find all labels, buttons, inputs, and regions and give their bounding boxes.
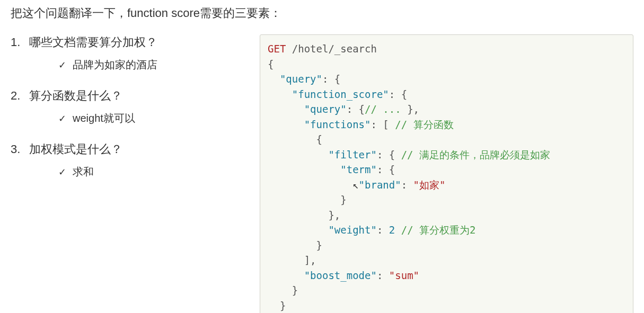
- list-item: 1. 哪些文档需要算分加权？ ✓ 品牌为如家的酒店: [11, 34, 244, 72]
- indent: [268, 164, 340, 175]
- sub-text: weight就可以: [73, 111, 135, 126]
- url-path: /hotel/_search: [286, 43, 377, 55]
- json-key: "boost_mode": [304, 270, 377, 281]
- list-text: 算分函数是什么？: [23, 89, 122, 102]
- bracket: ],: [268, 254, 316, 266]
- brace: }: [268, 284, 298, 296]
- punct: :: [377, 224, 389, 236]
- punct: :: [377, 270, 389, 281]
- indent: [268, 103, 304, 115]
- indent: [268, 149, 328, 160]
- punct: : {: [322, 73, 340, 85]
- brace: }: [268, 300, 286, 311]
- sub-text: 求和: [73, 165, 94, 179]
- json-key: "functions": [304, 119, 371, 130]
- punct: : {: [377, 149, 401, 160]
- sub-item: ✓ 品牌为如家的酒店: [11, 58, 244, 72]
- sub-item: ✓ 求和: [11, 165, 244, 179]
- punct: },: [401, 103, 419, 115]
- code-block: GET /hotel/_search { "query": { "functio…: [260, 34, 633, 313]
- json-number: 2: [389, 224, 395, 236]
- http-method: GET: [268, 43, 286, 55]
- brace: }: [268, 194, 347, 205]
- indent: [268, 224, 328, 236]
- check-icon: ✓: [58, 166, 66, 178]
- indent: [268, 270, 304, 281]
- left-column: 1. 哪些文档需要算分加权？ ✓ 品牌为如家的酒店 2. 算分函数是什么？ ✓ …: [11, 34, 244, 313]
- json-key: "term": [340, 164, 377, 175]
- comment: // 满足的条件，品牌必须是如家: [401, 149, 550, 160]
- check-icon: ✓: [58, 113, 66, 124]
- indent: [268, 73, 280, 85]
- brace: },: [268, 209, 340, 221]
- json-key: "query": [304, 103, 347, 115]
- punct: : {: [347, 103, 365, 115]
- comment: // 算分函数: [395, 119, 453, 130]
- list-number: 3.: [11, 142, 20, 156]
- brace: }: [268, 239, 322, 251]
- ordered-list: 1. 哪些文档需要算分加权？ ✓ 品牌为如家的酒店 2. 算分函数是什么？ ✓ …: [11, 34, 244, 179]
- punct: : {: [377, 164, 395, 175]
- sub-text: 品牌为如家的酒店: [73, 58, 157, 72]
- indent: [268, 119, 304, 130]
- list-text: 加权模式是什么？: [23, 142, 122, 156]
- list-item: 3. 加权模式是什么？ ✓ 求和: [11, 141, 244, 179]
- list-item: 2. 算分函数是什么？ ✓ weight就可以: [11, 88, 244, 126]
- sub-item: ✓ weight就可以: [11, 111, 244, 126]
- comment: // 算分权重为2: [401, 224, 476, 236]
- brace: {: [268, 133, 322, 145]
- json-string: "如家": [413, 179, 446, 191]
- json-key: "filter": [328, 149, 377, 160]
- json-key: "function_score": [292, 88, 389, 100]
- punct: :: [401, 179, 413, 191]
- json-key: "weight": [328, 224, 377, 236]
- indent: [268, 179, 352, 191]
- json-string: "sum": [389, 270, 419, 281]
- content-row: 1. 哪些文档需要算分加权？ ✓ 品牌为如家的酒店 2. 算分函数是什么？ ✓ …: [11, 34, 633, 313]
- json-key: "query": [280, 73, 322, 85]
- cursor-icon: ↖: [352, 179, 358, 191]
- list-text: 哪些文档需要算分加权？: [23, 35, 157, 49]
- comment: // ...: [365, 103, 401, 115]
- list-number: 1.: [11, 35, 20, 49]
- indent: [268, 88, 292, 100]
- check-icon: ✓: [58, 59, 66, 71]
- list-number: 2.: [11, 89, 20, 102]
- space: [395, 224, 401, 236]
- json-key: "brand": [359, 179, 401, 191]
- punct: : [: [370, 119, 395, 130]
- page-title: 把这个问题翻译一下，function score需要的三要素：: [11, 5, 633, 21]
- brace: {: [268, 58, 274, 70]
- punct: : {: [389, 88, 407, 100]
